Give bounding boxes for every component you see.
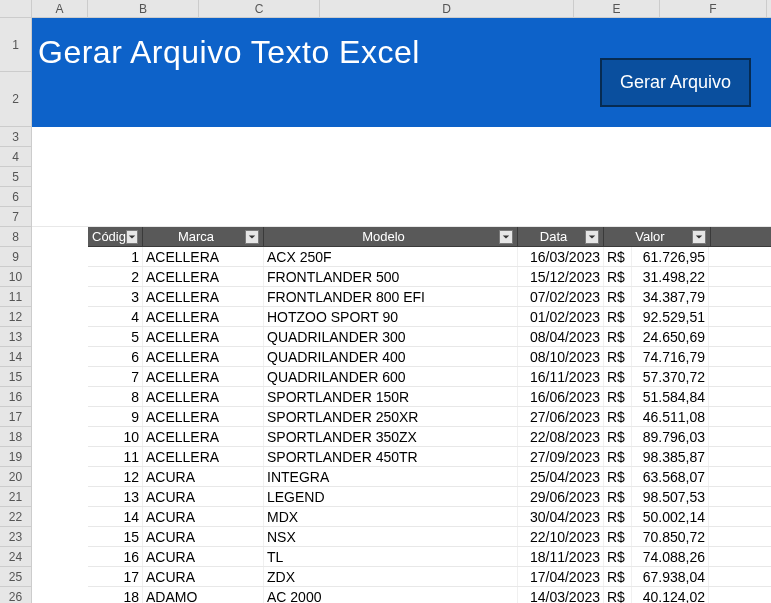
table-row[interactable]: 11ACELLERASPORTLANDER 450TR27/09/2023R$9… — [88, 447, 771, 467]
cell-modelo[interactable]: NSX — [264, 527, 518, 546]
cell-currency-symbol[interactable]: R$ — [604, 487, 632, 506]
cell-marca[interactable]: ACELLERA — [143, 247, 264, 266]
column-header-e[interactable]: E — [574, 0, 660, 17]
cell-data[interactable]: 17/04/2023 — [518, 567, 604, 586]
cell-valor[interactable]: 57.370,72 — [632, 367, 709, 386]
cell-marca[interactable]: ACELLERA — [143, 427, 264, 446]
cell-data[interactable]: 22/08/2023 — [518, 427, 604, 446]
cell-codigo[interactable]: 7 — [88, 367, 143, 386]
cell-modelo[interactable]: SPORTLANDER 150R — [264, 387, 518, 406]
table-row[interactable]: 7ACELLERAQUADRILANDER 60016/11/2023R$57.… — [88, 367, 771, 387]
cell-codigo[interactable]: 4 — [88, 307, 143, 326]
cell-valor[interactable]: 31.498,22 — [632, 267, 709, 286]
column-header-c[interactable]: C — [199, 0, 320, 17]
row-header[interactable]: 19 — [0, 447, 31, 467]
row-header[interactable]: 24 — [0, 547, 31, 567]
row-header[interactable]: 8 — [0, 227, 31, 247]
cell-currency-symbol[interactable]: R$ — [604, 407, 632, 426]
cell-modelo[interactable]: QUADRILANDER 300 — [264, 327, 518, 346]
row-header[interactable]: 16 — [0, 387, 31, 407]
row-header[interactable]: 23 — [0, 527, 31, 547]
cell-codigo[interactable]: 3 — [88, 287, 143, 306]
column-header-a[interactable]: A — [32, 0, 88, 17]
cell-currency-symbol[interactable]: R$ — [604, 387, 632, 406]
table-row[interactable]: 10ACELLERASPORTLANDER 350ZX22/08/2023R$8… — [88, 427, 771, 447]
cell-marca[interactable]: ACELLERA — [143, 347, 264, 366]
cell-valor[interactable]: 98.385,87 — [632, 447, 709, 466]
cell-valor[interactable]: 98.507,53 — [632, 487, 709, 506]
cell-codigo[interactable]: 12 — [88, 467, 143, 486]
row-header[interactable]: 26 — [0, 587, 31, 603]
cell-modelo[interactable]: FRONTLANDER 800 EFI — [264, 287, 518, 306]
cell-modelo[interactable]: SPORTLANDER 350ZX — [264, 427, 518, 446]
cell-currency-symbol[interactable]: R$ — [604, 447, 632, 466]
cell-codigo[interactable]: 13 — [88, 487, 143, 506]
cell-modelo[interactable]: ZDX — [264, 567, 518, 586]
cell-valor[interactable]: 46.511,08 — [632, 407, 709, 426]
cell-modelo[interactable]: INTEGRA — [264, 467, 518, 486]
cell-data[interactable]: 18/11/2023 — [518, 547, 604, 566]
table-row[interactable]: 4ACELLERAHOTZOO SPORT 9001/02/2023R$92.5… — [88, 307, 771, 327]
filter-valor-button[interactable] — [692, 230, 706, 244]
cell-valor[interactable]: 61.726,95 — [632, 247, 709, 266]
cell-data[interactable]: 08/04/2023 — [518, 327, 604, 346]
cell-data[interactable]: 07/02/2023 — [518, 287, 604, 306]
row-header[interactable]: 22 — [0, 507, 31, 527]
cell-currency-symbol[interactable]: R$ — [604, 327, 632, 346]
table-row[interactable]: 14ACURAMDX30/04/2023R$50.002,14 — [88, 507, 771, 527]
table-row[interactable]: 15ACURANSX22/10/2023R$70.850,72 — [88, 527, 771, 547]
cell-currency-symbol[interactable]: R$ — [604, 507, 632, 526]
row-header[interactable]: 1 — [0, 18, 31, 72]
row-header[interactable]: 9 — [0, 247, 31, 267]
cell-codigo[interactable]: 15 — [88, 527, 143, 546]
table-row[interactable]: 1ACELLERAACX 250F16/03/2023R$61.726,95 — [88, 247, 771, 267]
cell-codigo[interactable]: 17 — [88, 567, 143, 586]
cell-codigo[interactable]: 18 — [88, 587, 143, 603]
cell-modelo[interactable]: SPORTLANDER 450TR — [264, 447, 518, 466]
cell-data[interactable]: 27/09/2023 — [518, 447, 604, 466]
cell-valor[interactable]: 89.796,03 — [632, 427, 709, 446]
cell-modelo[interactable]: SPORTLANDER 250XR — [264, 407, 518, 426]
row-header[interactable]: 15 — [0, 367, 31, 387]
cell-codigo[interactable]: 16 — [88, 547, 143, 566]
cell-marca[interactable]: ACELLERA — [143, 367, 264, 386]
cell-codigo[interactable]: 5 — [88, 327, 143, 346]
row-header[interactable]: 11 — [0, 287, 31, 307]
cell-modelo[interactable]: MDX — [264, 507, 518, 526]
cell-valor[interactable]: 63.568,07 — [632, 467, 709, 486]
row-header[interactable]: 20 — [0, 467, 31, 487]
row-header[interactable]: 17 — [0, 407, 31, 427]
cell-data[interactable]: 14/03/2023 — [518, 587, 604, 603]
cell-currency-symbol[interactable]: R$ — [604, 307, 632, 326]
row-header[interactable]: 12 — [0, 307, 31, 327]
cell-modelo[interactable]: ACX 250F — [264, 247, 518, 266]
table-row[interactable]: 13ACURALEGEND29/06/2023R$98.507,53 — [88, 487, 771, 507]
cell-marca[interactable]: ACELLERA — [143, 407, 264, 426]
cell-marca[interactable]: ACELLERA — [143, 447, 264, 466]
table-row[interactable]: 12ACURAINTEGRA25/04/2023R$63.568,07 — [88, 467, 771, 487]
cell-data[interactable]: 16/11/2023 — [518, 367, 604, 386]
cell-marca[interactable]: ACURA — [143, 467, 264, 486]
row-header[interactable]: 21 — [0, 487, 31, 507]
table-row[interactable]: 16ACURATL18/11/2023R$74.088,26 — [88, 547, 771, 567]
cell-codigo[interactable]: 2 — [88, 267, 143, 286]
cell-marca[interactable]: ACURA — [143, 507, 264, 526]
cell-currency-symbol[interactable]: R$ — [604, 247, 632, 266]
cell-marca[interactable]: ACURA — [143, 567, 264, 586]
row-header[interactable]: 10 — [0, 267, 31, 287]
filter-marca-button[interactable] — [245, 230, 259, 244]
row-header[interactable]: 2 — [0, 72, 31, 127]
cell-codigo[interactable]: 8 — [88, 387, 143, 406]
cell-modelo[interactable]: QUADRILANDER 400 — [264, 347, 518, 366]
cell-currency-symbol[interactable]: R$ — [604, 587, 632, 603]
column-header-d[interactable]: D — [320, 0, 574, 17]
cell-codigo[interactable]: 14 — [88, 507, 143, 526]
empty-rows[interactable] — [32, 127, 771, 227]
cell-data[interactable]: 16/06/2023 — [518, 387, 604, 406]
table-row[interactable]: 2ACELLERAFRONTLANDER 50015/12/2023R$31.4… — [88, 267, 771, 287]
cell-currency-symbol[interactable]: R$ — [604, 347, 632, 366]
cell-valor[interactable]: 24.650,69 — [632, 327, 709, 346]
table-row[interactable]: 8ACELLERASPORTLANDER 150R16/06/2023R$51.… — [88, 387, 771, 407]
table-row[interactable]: 6ACELLERAQUADRILANDER 40008/10/2023R$74.… — [88, 347, 771, 367]
cell-modelo[interactable]: QUADRILANDER 600 — [264, 367, 518, 386]
